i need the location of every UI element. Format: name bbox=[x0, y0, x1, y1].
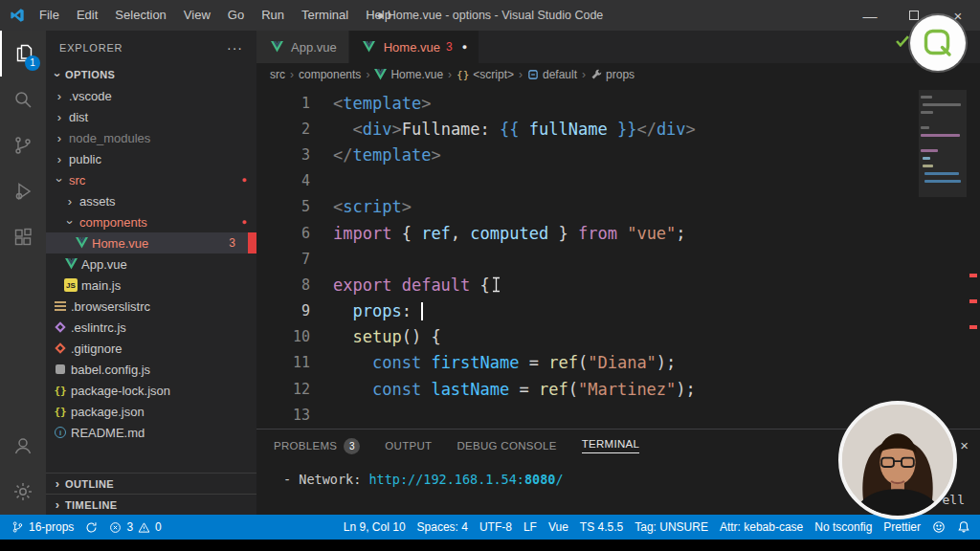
git-branch-icon bbox=[11, 134, 34, 157]
breadcrumb-item[interactable]: src bbox=[270, 68, 285, 81]
menu-edit[interactable]: Edit bbox=[68, 0, 106, 31]
tree-item-main.js[interactable]: JSmain.js bbox=[46, 275, 256, 296]
extensions-activity-button[interactable] bbox=[0, 214, 46, 260]
tree-item-.gitignore[interactable]: .gitignore bbox=[46, 338, 256, 359]
tab-app.vue[interactable]: App.vue bbox=[256, 31, 349, 63]
code-line-12[interactable]: 12 const lastName = ref("Martinez"); bbox=[256, 376, 980, 402]
problems-status[interactable]: 3 0 bbox=[103, 515, 167, 540]
breadcrumb-item[interactable]: components bbox=[299, 68, 361, 81]
code-line-2[interactable]: 2 <div>Fullname: {{ fullName }}</div> bbox=[256, 116, 980, 142]
tree-item-home.vue[interactable]: Home.vue3 bbox=[46, 232, 256, 253]
panel-tab-debug-console[interactable]: DEBUG CONSOLE bbox=[457, 440, 556, 452]
menu-run[interactable]: Run bbox=[253, 0, 293, 31]
git-branch-status[interactable]: 16-props bbox=[6, 515, 79, 540]
tree-item-package.json[interactable]: {}package.json bbox=[46, 401, 256, 422]
breadcrumb-label: default bbox=[543, 68, 577, 81]
code-line-10[interactable]: 10 setup() { bbox=[256, 324, 980, 350]
menu-view[interactable]: View bbox=[175, 0, 219, 31]
menu-selection[interactable]: Selection bbox=[106, 0, 174, 31]
chevron-down-icon: › bbox=[51, 67, 65, 82]
line-number: 7 bbox=[256, 251, 310, 268]
tree-item-public[interactable]: ›public bbox=[46, 148, 256, 169]
menu-bar: FileEditSelectionViewGoRunTerminalHelp bbox=[31, 0, 400, 31]
breadcrumb-item[interactable]: props bbox=[590, 68, 635, 81]
code-line-4[interactable]: 4 bbox=[256, 168, 980, 194]
line-number: 9 bbox=[256, 302, 310, 320]
terminal-url-port[interactable]: 8080 bbox=[524, 472, 556, 487]
panel-tab-label: TERMINAL bbox=[582, 438, 640, 450]
code-line-6[interactable]: 6import { ref, computed } from "vue"; bbox=[256, 220, 980, 246]
vue-file-icon bbox=[73, 237, 90, 249]
minimize-button[interactable]: — bbox=[848, 0, 892, 31]
tree-item-babel.config.js[interactable]: babel.config.js bbox=[46, 359, 256, 380]
panel-close-icon[interactable]: × bbox=[960, 437, 969, 453]
settings-button[interactable] bbox=[0, 469, 46, 515]
tree-item-readme.md[interactable]: iREADME.md bbox=[46, 422, 256, 443]
tree-item-components[interactable]: ›components● bbox=[46, 211, 256, 232]
code-line-5[interactable]: 5<script> bbox=[256, 194, 980, 220]
account-button[interactable] bbox=[0, 423, 46, 469]
section-options[interactable]: › OPTIONS bbox=[46, 64, 256, 85]
status-attr[interactable]: Attr: kebab-case bbox=[714, 515, 809, 540]
code-editor[interactable]: 1<template>2 <div>Fullname: {{ fullName … bbox=[256, 86, 980, 429]
notifications-button[interactable] bbox=[951, 515, 976, 540]
status-vue[interactable]: Vue bbox=[543, 515, 574, 540]
status-ts[interactable]: TS 4.5.5 bbox=[574, 515, 629, 540]
tree-item-dist[interactable]: ›dist bbox=[46, 106, 256, 127]
section-timeline[interactable]: ›TIMELINE bbox=[46, 494, 256, 515]
feedback-button[interactable] bbox=[926, 515, 951, 540]
breadcrumb-item[interactable]: default bbox=[527, 68, 577, 81]
brand-logo bbox=[910, 15, 966, 71]
search-activity-button[interactable] bbox=[0, 77, 46, 122]
tree-item-.browserslistrc[interactable]: .browserslistrc bbox=[46, 296, 256, 317]
explorer-activity-button[interactable]: 1 bbox=[0, 31, 46, 77]
source-control-activity-button[interactable] bbox=[0, 122, 46, 168]
tree-item-src[interactable]: ›src● bbox=[46, 169, 256, 190]
chevron-right-icon: › bbox=[50, 497, 65, 512]
code-line-3[interactable]: 3</template> bbox=[256, 142, 980, 167]
sync-button[interactable] bbox=[79, 515, 103, 540]
status-tag[interactable]: Tag: UNSURE bbox=[629, 515, 714, 540]
tree-item-node_modules[interactable]: ›node_modules bbox=[46, 127, 256, 148]
panel-tab-problems[interactable]: PROBLEMS3 bbox=[274, 438, 360, 454]
code-line-8[interactable]: 8export default { bbox=[256, 272, 980, 298]
panel-tab-output[interactable]: OUTPUT bbox=[385, 440, 432, 452]
minimap[interactable] bbox=[919, 90, 967, 425]
panel-tab-terminal[interactable]: TERMINAL bbox=[582, 438, 640, 453]
tree-item-.vscode[interactable]: ›.vscode bbox=[46, 85, 256, 106]
tree-item-app.vue[interactable]: App.vue bbox=[46, 253, 256, 275]
json-file-icon: {} bbox=[52, 405, 69, 418]
webcam-overlay bbox=[838, 401, 957, 519]
status-ln[interactable]: Ln 9, Col 10 bbox=[338, 515, 412, 540]
eslint-file-icon bbox=[52, 323, 69, 331]
tree-item-.eslintrc.js[interactable]: .eslintrc.js bbox=[46, 317, 256, 338]
presenter-image bbox=[842, 405, 953, 516]
window-title: ● Home.vue - options - Visual Studio Cod… bbox=[377, 9, 604, 22]
file-label: package.json bbox=[71, 405, 145, 419]
status-lf[interactable]: LF bbox=[518, 515, 543, 540]
terminal-url[interactable]: http://192.168.1.54: bbox=[368, 472, 524, 487]
status-utf-8[interactable]: UTF-8 bbox=[474, 515, 518, 540]
code-line-1[interactable]: 1<template> bbox=[256, 90, 980, 116]
file-label: .browserslistrc bbox=[71, 299, 150, 314]
more-actions-icon[interactable]: ··· bbox=[227, 40, 243, 55]
menu-go[interactable]: Go bbox=[219, 0, 253, 31]
menu-terminal[interactable]: Terminal bbox=[293, 0, 357, 31]
run-debug-activity-button[interactable] bbox=[0, 168, 46, 214]
code-line-7[interactable]: 7 bbox=[256, 246, 980, 272]
tab-home.vue[interactable]: Home.vue3● bbox=[349, 31, 479, 63]
menu-file[interactable]: File bbox=[31, 0, 68, 31]
tree-item-package-lock.json[interactable]: {}package-lock.json bbox=[46, 380, 256, 401]
vue-icon bbox=[374, 69, 387, 80]
breadcrumb-item[interactable]: {}<script> bbox=[457, 68, 514, 81]
section-outline[interactable]: ›OUTLINE bbox=[46, 473, 256, 494]
line-number: 10 bbox=[256, 328, 310, 345]
code-line-11[interactable]: 11 const firstName = ref("Diana"); bbox=[256, 350, 980, 376]
tree-item-assets[interactable]: ›assets bbox=[46, 190, 256, 211]
status-no[interactable]: No tsconfig bbox=[809, 515, 878, 540]
status-spaces[interactable]: Spaces: 4 bbox=[412, 515, 474, 540]
code-line-9[interactable]: 9 props: bbox=[256, 298, 980, 324]
terminal-url-suffix[interactable]: / bbox=[555, 472, 563, 487]
breadcrumb-item[interactable]: Home.vue bbox=[374, 68, 443, 81]
search-icon bbox=[11, 88, 34, 111]
